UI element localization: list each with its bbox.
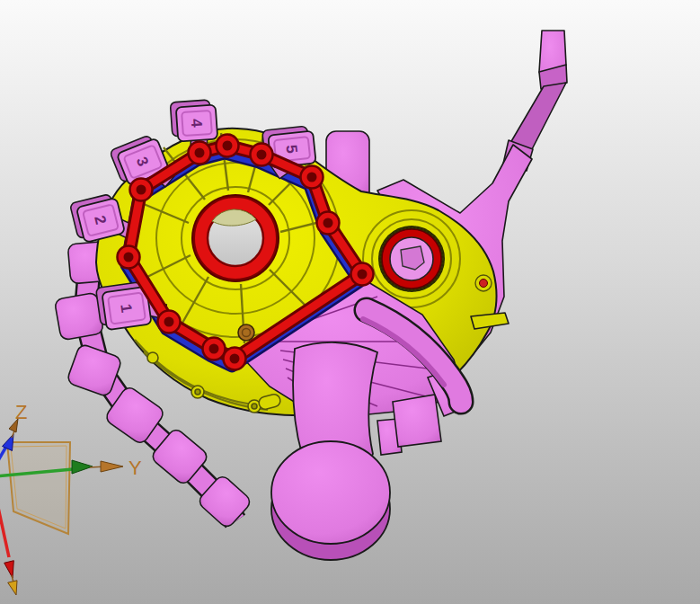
tag-label-4: 4 xyxy=(188,118,206,128)
axis-z-label: Z xyxy=(15,401,27,423)
side-sensor-dot[interactable] xyxy=(475,275,492,291)
center-bore[interactable] xyxy=(191,194,279,282)
drain-plug[interactable] xyxy=(238,324,254,341)
cylinder-boss[interactable] xyxy=(271,441,390,544)
axis-y-label: Y xyxy=(128,457,142,479)
side-bore-seal[interactable] xyxy=(378,226,445,292)
cad-viewport: 1 2 3 4 5 xyxy=(0,0,700,604)
tag-block-4[interactable]: 4 xyxy=(170,100,217,142)
tag-label-5: 5 xyxy=(283,144,301,154)
